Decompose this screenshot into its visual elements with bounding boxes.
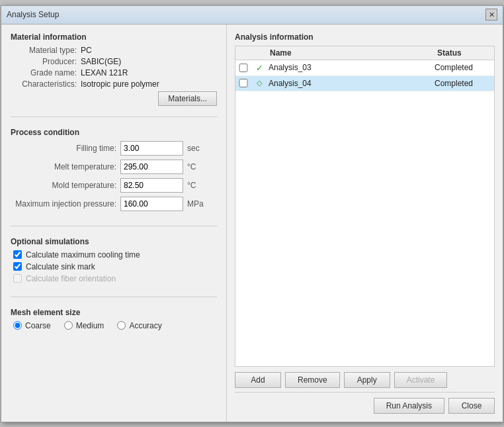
analysis-03-status: Completed [435, 63, 494, 72]
analysis-row-2[interactable]: ◇ Analysis_04 Completed [235, 76, 494, 91]
accuracy-radio[interactable] [117, 321, 126, 330]
max-pressure-input[interactable] [120, 197, 183, 211]
max-pressure-label: Maximum injection pressure: [11, 199, 116, 209]
cooling-time-row: Calculate maximum cooling time [11, 250, 217, 260]
coarse-radio[interactable] [13, 321, 22, 330]
col-name-header: Name [267, 48, 435, 58]
col-status-header [251, 48, 267, 58]
separator-3 [11, 297, 217, 297]
analysis-table-header: Name Status [235, 46, 494, 60]
grade-value: LEXAN 121R [81, 68, 217, 77]
analysis-03-checkbox[interactable] [239, 64, 248, 72]
fiber-orientation-checkbox [13, 274, 22, 283]
analysis-04-name: Analysis_04 [267, 79, 435, 88]
analysis-row-1[interactable]: ✓ Analysis_03 Completed [235, 60, 494, 76]
material-type-value: PC [81, 46, 217, 55]
bottom-buttons: Add Remove Apply Activate [235, 372, 495, 388]
mold-temp-row: Mold temperature: °C [11, 178, 217, 193]
activate-button[interactable]: Activate [394, 372, 448, 388]
accuracy-label[interactable]: Accuracy [129, 321, 161, 330]
col-checkbox-header [235, 48, 251, 58]
col-status-text-header: Status [435, 48, 494, 58]
optional-section: Optional simulations Calculate maximum c… [11, 237, 217, 286]
cooling-time-label[interactable]: Calculate maximum cooling time [26, 250, 140, 260]
materials-button[interactable]: Materials... [158, 91, 217, 106]
material-info-table: Material type: PC Producer: SABIC(GE) Gr… [11, 46, 217, 89]
characteristics-label: Characteristics: [11, 79, 77, 89]
dialog-title: Analysis Setup [7, 10, 59, 19]
analysis-table: Name Status ✓ Analysis_03 Completed ◇ [235, 46, 495, 367]
footer-buttons: Run Analysis Close [235, 392, 495, 414]
mold-temp-label: Mold temperature: [11, 181, 116, 190]
separator-2 [11, 226, 217, 226]
optional-section-title: Optional simulations [11, 237, 217, 246]
main-content: Material information Material type: PC P… [1, 24, 503, 422]
accuracy-option: Accuracy [117, 321, 161, 330]
characteristics-value: Isotropic pure polymer [81, 79, 217, 89]
coarse-option: Coarse [13, 321, 51, 330]
title-bar: Analysis Setup ✕ [1, 6, 503, 24]
producer-value: SABIC(GE) [81, 57, 217, 66]
mesh-section: Mesh element size Coarse Medium Accuracy [11, 308, 217, 330]
medium-label[interactable]: Medium [76, 321, 105, 330]
sink-mark-checkbox[interactable] [13, 262, 22, 271]
material-section: Material information Material type: PC P… [11, 32, 217, 106]
process-section-title: Process condition [11, 128, 217, 137]
mold-temp-unit: °C [187, 181, 207, 190]
fiber-orientation-label: Calculate fiber orientation [26, 274, 116, 283]
check-icon: ✓ [256, 63, 263, 73]
max-pressure-unit: MPa [187, 199, 207, 209]
analysis-04-checkbox[interactable] [239, 79, 248, 87]
mesh-radio-group: Coarse Medium Accuracy [11, 321, 217, 330]
grade-label: Grade name: [11, 68, 77, 77]
analysis-04-status: Completed [435, 79, 494, 88]
fiber-orientation-row: Calculate fiber orientation [11, 274, 217, 283]
run-analysis-button[interactable]: Run Analysis [374, 398, 444, 414]
materials-btn-row: Materials... [11, 91, 217, 106]
filling-time-input[interactable] [120, 141, 183, 156]
filling-time-row: Filling time: sec [11, 141, 217, 156]
filling-time-label: Filling time: [11, 144, 116, 153]
material-section-title: Material information [11, 32, 217, 42]
remove-button[interactable]: Remove [285, 372, 340, 388]
sink-mark-row: Calculate sink mark [11, 262, 217, 271]
analysis-setup-dialog: Analysis Setup ✕ Material information Ma… [1, 5, 503, 422]
material-type-label: Material type: [11, 46, 77, 55]
close-dialog-button[interactable]: Close [448, 398, 495, 414]
analysis-04-status-icon: ◇ [251, 79, 267, 87]
max-pressure-row: Maximum injection pressure: MPa [11, 197, 217, 211]
melt-temp-label: Melt temperature: [11, 162, 116, 171]
melt-temp-input[interactable] [120, 160, 183, 174]
add-button[interactable]: Add [235, 372, 281, 388]
analysis-section-title: Analysis information [235, 32, 495, 42]
analysis-03-name: Analysis_03 [267, 63, 435, 72]
right-panel: Analysis information Name Status ✓ Analy… [226, 24, 503, 422]
left-panel: Material information Material type: PC P… [1, 24, 226, 422]
apply-button[interactable]: Apply [344, 372, 390, 388]
mesh-section-title: Mesh element size [11, 308, 217, 317]
separator-1 [11, 117, 217, 117]
diamond-icon: ◇ [257, 79, 262, 87]
process-section: Process condition Filling time: sec Melt… [11, 128, 217, 215]
medium-option: Medium [64, 321, 105, 330]
coarse-label[interactable]: Coarse [25, 321, 51, 330]
filling-time-unit: sec [187, 144, 207, 153]
sink-mark-label[interactable]: Calculate sink mark [26, 262, 95, 271]
close-button[interactable]: ✕ [485, 9, 497, 21]
melt-temp-unit: °C [187, 162, 207, 171]
producer-label: Producer: [11, 57, 77, 66]
medium-radio[interactable] [64, 321, 73, 330]
cooling-time-checkbox[interactable] [13, 250, 22, 259]
analysis-03-status-icon: ✓ [251, 63, 267, 73]
melt-temp-row: Melt temperature: °C [11, 160, 217, 174]
mold-temp-input[interactable] [120, 178, 183, 193]
